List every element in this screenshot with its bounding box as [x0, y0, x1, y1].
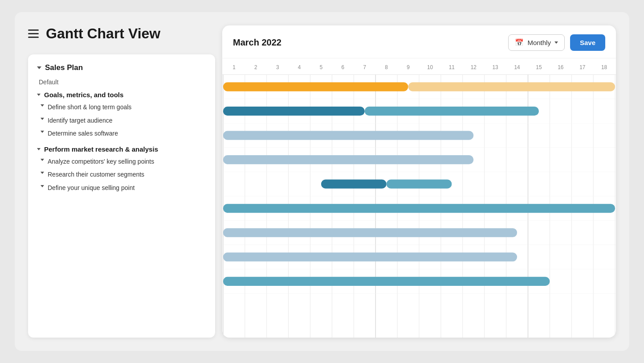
app-container: Gantt Chart View Sales Plan Default Goal… — [15, 12, 629, 351]
svg-text:7: 7 — [363, 64, 366, 70]
task-item[interactable]: Define short & long term goals — [41, 103, 206, 112]
svg-text:15: 15 — [536, 64, 542, 70]
svg-text:16: 16 — [558, 64, 563, 70]
svg-rect-56 — [223, 204, 615, 213]
gantt-header: March 2022 📅 Monthly Save — [222, 25, 616, 58]
svg-text:11: 11 — [449, 64, 455, 70]
app-title: Gantt Chart View — [46, 25, 160, 42]
chevron-small-icon — [41, 131, 44, 133]
task-item[interactable]: Determine sales software — [41, 129, 206, 138]
chevron-small-icon — [41, 172, 44, 174]
svg-text:18: 18 — [601, 64, 607, 70]
svg-text:1: 1 — [232, 64, 236, 70]
sidebar-card: Sales Plan Default Goals, metrics, and t… — [28, 54, 215, 338]
svg-rect-59 — [223, 277, 550, 286]
svg-text:13: 13 — [493, 64, 498, 70]
svg-rect-51 — [365, 107, 539, 116]
chevron-small-icon — [37, 94, 41, 96]
chevron-small-icon — [41, 159, 44, 161]
task-item[interactable]: Identify target audience — [41, 116, 206, 125]
svg-rect-52 — [223, 131, 473, 140]
chevron-small-icon — [41, 185, 44, 187]
svg-text:12: 12 — [471, 64, 477, 70]
gantt-chart: 123456789101112131415161718 — [222, 58, 616, 338]
left-panel: Gantt Chart View Sales Plan Default Goal… — [28, 25, 215, 338]
chevron-small-icon — [41, 104, 44, 107]
svg-rect-57 — [223, 228, 517, 237]
task-item[interactable]: Analyze competitors' key selling points — [41, 157, 206, 166]
svg-rect-50 — [223, 107, 365, 116]
task-item[interactable]: Research their customer segments — [41, 170, 206, 179]
task-item[interactable]: Define your unique selling point — [41, 184, 206, 193]
chevron-small-icon — [37, 148, 41, 150]
svg-rect-58 — [223, 252, 517, 261]
chevron-down-icon — [37, 66, 41, 69]
default-label: Default — [39, 78, 206, 86]
svg-text:3: 3 — [276, 64, 279, 70]
svg-rect-48 — [223, 82, 408, 91]
chevron-small-icon — [41, 118, 44, 120]
sales-plan-header[interactable]: Sales Plan — [37, 63, 206, 72]
svg-rect-54 — [321, 180, 387, 189]
svg-text:6: 6 — [342, 64, 345, 70]
gantt-controls: 📅 Monthly Save — [508, 34, 605, 51]
gantt-panel: March 2022 📅 Monthly Save 12345678910111… — [222, 25, 616, 338]
gantt-body: 123456789101112131415161718 — [222, 58, 616, 338]
svg-text:14: 14 — [514, 64, 520, 70]
svg-rect-49 — [408, 82, 615, 91]
subsection2-header[interactable]: Perform market research & analysis — [37, 145, 206, 153]
svg-rect-53 — [223, 155, 473, 164]
chevron-down-icon — [554, 41, 558, 44]
svg-text:10: 10 — [427, 64, 433, 70]
subsection1-header[interactable]: Goals, metrics, and tools — [37, 91, 206, 99]
menu-icon[interactable] — [28, 29, 39, 38]
monthly-button[interactable]: 📅 Monthly — [508, 34, 565, 51]
gantt-title: March 2022 — [233, 37, 281, 48]
header-row: Gantt Chart View — [28, 25, 215, 42]
svg-text:17: 17 — [579, 64, 585, 70]
svg-text:9: 9 — [407, 64, 410, 70]
svg-text:4: 4 — [298, 64, 301, 70]
svg-text:2: 2 — [254, 64, 257, 70]
save-button[interactable]: Save — [570, 34, 605, 51]
calendar-icon: 📅 — [515, 38, 524, 47]
svg-text:8: 8 — [385, 64, 388, 70]
svg-rect-55 — [387, 180, 452, 189]
svg-text:5: 5 — [320, 64, 323, 70]
